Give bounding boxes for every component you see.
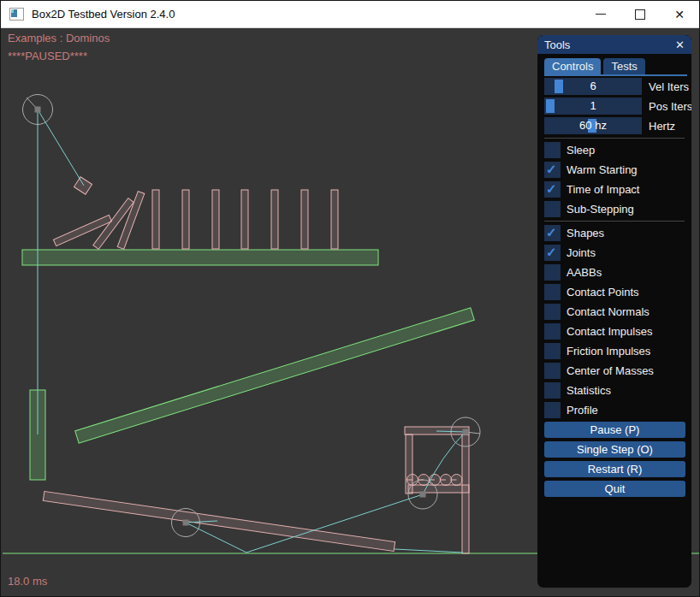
app-icon (9, 8, 24, 21)
window-controls: ✕ (581, 1, 699, 27)
example-title: Examples : Dominos (8, 32, 110, 44)
domino (182, 190, 189, 249)
checkbox-label: Profile (567, 404, 598, 417)
tools-close-button[interactable]: ✕ (675, 38, 685, 51)
separator (544, 221, 685, 222)
checkbox-box[interactable] (544, 284, 561, 300)
domino (301, 190, 308, 249)
standing-dominoes[interactable] (152, 190, 338, 249)
checkbox-label: Shapes (567, 227, 604, 239)
close-icon: ✕ (674, 8, 685, 21)
tools-tabbar: Controls Tests (544, 58, 687, 76)
restart-button[interactable]: Restart (R) (544, 461, 685, 477)
checkbox-box[interactable] (544, 225, 561, 241)
domino (271, 190, 278, 249)
checkbox-label: Warm Starting (567, 163, 638, 176)
vel-iters-slider[interactable]: 6 Vel Iters (544, 78, 687, 95)
checkbox-contact-impulses[interactable]: Contact Impulses (544, 323, 687, 340)
checkbox-warm-starting[interactable]: Warm Starting (544, 162, 687, 178)
domino (241, 190, 248, 249)
quit-button[interactable]: Quit (544, 481, 685, 497)
checkbox-box[interactable] (544, 245, 561, 261)
pos-iters-slider[interactable]: 1 Pos Iters (544, 98, 687, 115)
app-window: Examples : Dominos ****PAUSED**** 18.0 m… (0, 0, 700, 597)
checkbox-label: AABBs (567, 266, 602, 279)
window-title: Box2D Testbed Version 2.4.0 (32, 8, 175, 21)
domino (212, 190, 219, 249)
checkbox-label: Friction Impulses (567, 345, 650, 358)
tools-panel-title: Tools (544, 38, 570, 51)
checkbox-statistics[interactable]: Statistics (544, 382, 687, 399)
checkbox-box[interactable] (544, 343, 561, 359)
checkbox-friction-impulses[interactable]: Friction Impulses (544, 343, 687, 359)
checkbox-label: Sleep (567, 144, 595, 157)
slider-track[interactable]: 1 (544, 98, 642, 115)
checkbox-sleep[interactable]: Sleep (544, 142, 687, 158)
tab-controls[interactable]: Controls (544, 58, 601, 74)
checkbox-time-of-impact[interactable]: Time of Impact (544, 181, 687, 198)
slider-track[interactable]: 60 hz (544, 117, 642, 134)
maximize-button[interactable] (620, 1, 660, 27)
frame-time: 18.0 ms (8, 575, 47, 588)
checkbox-box[interactable] (544, 304, 561, 320)
checkbox-label: Contact Points (567, 286, 639, 298)
checkbox-box[interactable] (544, 142, 561, 158)
shelf-balls[interactable] (407, 475, 463, 486)
slider-label: Pos Iters (649, 100, 691, 113)
checkbox-aabbs[interactable]: AABBs (544, 264, 687, 281)
pendulum-box[interactable] (74, 177, 92, 194)
minimize-button[interactable] (581, 1, 620, 27)
frame-right-post (462, 434, 469, 553)
checkbox-label: Contact Normals (567, 305, 650, 318)
joint-anchors (35, 107, 469, 526)
checkbox-profile[interactable]: Profile (544, 402, 687, 418)
checkbox-label: Time of Impact (567, 183, 639, 196)
checkbox-box[interactable] (544, 201, 561, 217)
dominos-platform (22, 250, 378, 265)
maximize-icon (635, 9, 645, 20)
checkbox-shapes[interactable]: Shapes (544, 225, 687, 241)
domino (331, 190, 338, 249)
tab-tests[interactable]: Tests (603, 58, 644, 74)
slider-label: Hertz (649, 120, 675, 133)
checkbox-label: Contact Impulses (567, 325, 652, 338)
slider-value: 60 hz (544, 117, 642, 134)
tools-panel: Tools ✕ Controls Tests 6 Vel Iters 1 Pos… (537, 35, 691, 588)
close-button[interactable]: ✕ (660, 1, 699, 27)
checkbox-box[interactable] (544, 323, 561, 340)
frame-shelf (408, 485, 469, 493)
minimize-icon (596, 14, 606, 15)
checkbox-box[interactable] (544, 402, 561, 418)
tools-content: 6 Vel Iters 1 Pos Iters 60 hz Hertz (537, 76, 691, 497)
checkbox-box[interactable] (544, 363, 561, 379)
checkbox-label: Center of Masses (567, 364, 654, 377)
checkbox-sub-stepping[interactable]: Sub-Stepping (544, 201, 687, 217)
checkbox-contact-points[interactable]: Contact Points (544, 284, 687, 300)
checkbox-box[interactable] (544, 162, 561, 178)
checkbox-joints[interactable]: Joints (544, 245, 687, 261)
frame-top-bar (405, 427, 469, 434)
checkbox-box[interactable] (544, 382, 561, 399)
domino (152, 190, 159, 249)
checkbox-box[interactable] (544, 181, 561, 198)
paused-status: ****PAUSED**** (8, 50, 87, 62)
checkbox-label: Statistics (567, 384, 611, 397)
checkbox-label: Joints (567, 246, 596, 259)
fallen-dominoes[interactable] (53, 192, 144, 250)
slider-value: 1 (544, 98, 642, 115)
checkbox-contact-normals[interactable]: Contact Normals (544, 304, 687, 320)
checkbox-box[interactable] (544, 264, 561, 281)
window-titlebar: Box2D Testbed Version 2.4.0 ✕ (1, 1, 699, 28)
pause-button[interactable]: Pause (P) (544, 422, 685, 438)
slider-track[interactable]: 6 (544, 78, 642, 95)
slider-value: 6 (544, 78, 642, 95)
hertz-slider[interactable]: 60 hz Hertz (544, 117, 687, 134)
slider-label: Vel Iters (649, 80, 689, 93)
single-step-button[interactable]: Single Step (O) (544, 441, 685, 458)
ramp-plank (75, 308, 475, 443)
separator (544, 138, 685, 139)
tools-panel-titlebar[interactable]: Tools ✕ (537, 35, 691, 54)
checkbox-label: Sub-Stepping (567, 203, 634, 216)
checkbox-center-of-masses[interactable]: Center of Masses (544, 363, 687, 379)
